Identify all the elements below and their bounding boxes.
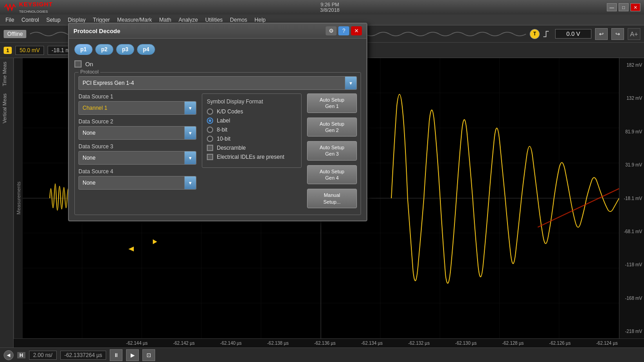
protocol-section: Protocol PCI Express Gen 1-4 ▼ Data Sour… — [74, 72, 361, 215]
radio-8bit-row: 8-bit — [207, 127, 297, 133]
channel-voltage: 50.0 mV — [15, 46, 44, 55]
descramble-checkbox[interactable] — [207, 145, 213, 151]
radio-label[interactable] — [207, 117, 213, 124]
manual-setup-button[interactable]: Manual Setup... — [307, 189, 357, 208]
undo-button[interactable]: ↩ — [595, 28, 608, 40]
side-panel: Time Meas Vertical Meas — [0, 58, 14, 347]
voltage-scale: 182 mV 132 mV 81.9 mV 31.9 mV -18.1 mV -… — [619, 58, 644, 338]
data-source-2-row: Data Source 2 None ▼ — [78, 118, 196, 140]
time-label-6: -62.134 µs — [348, 341, 395, 346]
titlebar-buttons: — □ ✕ — [607, 3, 640, 11]
dialog-close-button[interactable]: ✕ — [351, 26, 362, 35]
protocol-dropdown[interactable]: PCI Express Gen 1-4 ▼ — [78, 76, 357, 90]
protocol-dropdown-arrow[interactable]: ▼ — [345, 77, 356, 89]
radio-kd-codes[interactable] — [207, 108, 213, 115]
data-source-2-label: Data Source 2 — [78, 118, 196, 125]
time-label-2: -62.142 µs — [161, 341, 208, 346]
radio-8bit[interactable] — [207, 127, 213, 133]
radio-kd-codes-row: K/D Codes — [207, 108, 297, 115]
measurements-side[interactable]: Measurements — [14, 58, 23, 338]
radio-10bit-row: 10-bit — [207, 136, 297, 142]
on-row: On — [74, 60, 361, 68]
voltage-label-4: 31.9 mV — [621, 162, 642, 167]
menu-control[interactable]: Control — [18, 15, 43, 25]
bottombar: ◀ H 2.00 ns/ -62.1337264 µs ⏸ ▶ ⊡ — [0, 347, 644, 362]
radio-10bit[interactable] — [207, 136, 213, 142]
nav-back-button[interactable]: ◀ — [4, 350, 14, 360]
data-source-2-arrow[interactable]: ▼ — [184, 127, 196, 139]
titlebar-left: KEYSIGHT TECHNOLOGIES — [4, 1, 53, 14]
minimize-button[interactable]: — — [607, 3, 617, 11]
tab-p3[interactable]: p3 — [116, 44, 134, 55]
radio-kd-codes-label: K/D Codes — [217, 108, 243, 115]
time-position-value: -62.1337264 µs — [60, 351, 107, 360]
pause-button[interactable]: ⏸ — [110, 349, 122, 361]
right-column: Symbol Display Format K/D Codes Label — [202, 93, 302, 211]
tab-p1[interactable]: p1 — [74, 44, 93, 55]
time-label-8: -62.130 µs — [442, 341, 489, 346]
menu-file[interactable]: File — [2, 15, 18, 25]
data-source-3-value: None — [79, 153, 184, 163]
electrical-idles-checkbox[interactable] — [207, 154, 213, 160]
data-source-1-dropdown[interactable]: Channel 1 ▼ — [78, 101, 196, 115]
radio-label-text: Label — [217, 117, 230, 124]
data-source-4-value: None — [79, 178, 184, 188]
dialog-content: Data Source 1 Channel 1 ▼ Data Source 2 … — [78, 93, 357, 211]
data-source-3-label: Data Source 3 — [78, 143, 196, 150]
data-source-4-arrow[interactable]: ▼ — [184, 176, 196, 189]
auto-setup-gen4-button[interactable]: Auto Setup Gen 4 — [307, 165, 357, 185]
voltage-label-8: -168 mV — [621, 296, 642, 301]
maximize-button[interactable]: □ — [619, 3, 629, 11]
close-button[interactable]: ✕ — [630, 3, 640, 11]
data-source-2-dropdown[interactable]: None ▼ — [78, 126, 196, 140]
descramble-label: Descramble — [217, 145, 246, 151]
datetime-display: 9:26 PM 3/8/2018 — [320, 2, 340, 13]
electrical-idles-label: Electrical IDLEs are present — [217, 154, 284, 160]
on-checkbox[interactable] — [74, 60, 82, 68]
radio-10bit-label: 10-bit — [217, 136, 230, 142]
auto-setup-gen2-button[interactable]: Auto Setup Gen 2 — [307, 117, 357, 137]
on-label: On — [85, 61, 93, 68]
radio-label-row: Label — [207, 117, 297, 124]
dialog-gear-button[interactable]: ⚙ — [326, 26, 337, 35]
channel1-button[interactable]: 1 — [4, 47, 12, 54]
redo-button[interactable]: ↪ — [611, 28, 624, 40]
left-column: Data Source 1 Channel 1 ▼ Data Source 2 … — [78, 93, 196, 211]
time-label-3: -62.140 µs — [207, 341, 254, 346]
symbol-display-section: Symbol Display Format K/D Codes Label — [202, 93, 302, 168]
auto-setup-gen1-button[interactable]: Auto Setup Gen 1 — [307, 93, 357, 113]
dialog-help-button[interactable]: ? — [338, 26, 349, 35]
time-label-1: -62.144 µs — [113, 341, 161, 346]
step-button[interactable]: ▶ — [126, 349, 139, 361]
data-source-3-arrow[interactable]: ▼ — [184, 152, 196, 164]
brand-text: KEYSIGHT TECHNOLOGIES — [19, 1, 53, 14]
vertical-meas-label[interactable]: Vertical Meas — [0, 90, 13, 127]
brand-sub: TECHNOLOGIES — [19, 10, 48, 14]
tab-p2[interactable]: p2 — [95, 44, 113, 55]
offline-badge: Offline — [4, 30, 26, 38]
dialog-header-buttons: ⚙ ? ✕ — [326, 26, 362, 35]
app: KEYSIGHT TECHNOLOGIES 9:26 PM 3/8/2018 —… — [0, 0, 644, 362]
keysight-logo-icon — [4, 3, 16, 12]
voltage-label-7: -118 mV — [621, 262, 642, 267]
scope-icon-button[interactable]: A+ — [628, 28, 640, 40]
protocol-field-row: PCI Express Gen 1-4 ▼ — [78, 76, 357, 90]
tab-p4[interactable]: p4 — [137, 44, 155, 55]
trigger-button[interactable]: T — [530, 29, 540, 39]
time-label-4: -62.138 µs — [254, 341, 302, 346]
auto-setup-buttons: Auto Setup Gen 1 Auto Setup Gen 2 Auto S… — [307, 93, 357, 211]
auto-setup-gen3-button[interactable]: Auto Setup Gen 3 — [307, 141, 357, 161]
voltage-label-6: -68.1 mV — [621, 229, 642, 234]
voltage-label-2: 132 mV — [621, 96, 642, 101]
protocol-section-label: Protocol — [78, 69, 100, 74]
data-source-4-dropdown[interactable]: None ▼ — [78, 176, 196, 190]
dock-button[interactable]: ⊡ — [142, 349, 155, 361]
data-source-1-arrow[interactable]: ▼ — [184, 102, 196, 114]
protocol-value: PCI Express Gen 1-4 — [79, 78, 345, 88]
time-label-9: -62.128 µs — [489, 341, 537, 346]
dialog-body: p1 p2 p3 p4 On Protocol PCI Express Gen … — [69, 39, 366, 220]
symbol-display-title: Symbol Display Format — [207, 98, 297, 105]
data-source-3-dropdown[interactable]: None ▼ — [78, 151, 196, 165]
menu-setup[interactable]: Setup — [43, 15, 64, 25]
time-meas-label[interactable]: Time Meas — [0, 58, 13, 90]
